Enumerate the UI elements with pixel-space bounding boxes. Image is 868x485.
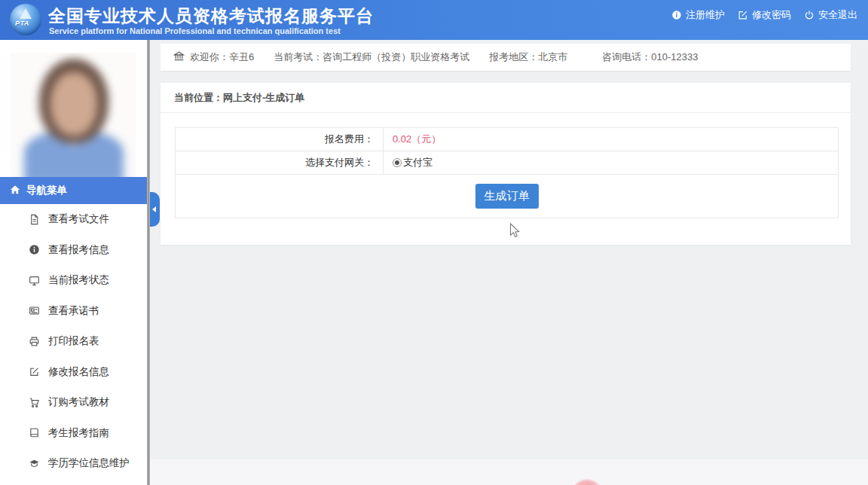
sidebar-collapse-tab[interactable] — [150, 192, 160, 227]
sidebar-divider — [147, 40, 150, 485]
header-links: 注册维护 修改密码 安全退出 — [671, 0, 857, 30]
sidebar: 导航菜单 查看考试文件 查看报考信息 当前报考状态 查看承诺书 打印报名表 修改… — [0, 40, 147, 485]
gateway-value: 支付宝 — [384, 151, 838, 174]
sidebar-item-exam-files[interactable]: 查看考试文件 — [0, 204, 147, 235]
edit-icon — [29, 366, 40, 377]
fee-label: 报名费用： — [176, 128, 384, 151]
home-icon — [10, 185, 20, 197]
register-maintenance-link[interactable]: 注册维护 — [671, 8, 725, 22]
sidebar-item-modify-info[interactable]: 修改报名信息 — [0, 357, 147, 388]
fee-value: 0.02（元） — [384, 128, 838, 151]
bank-icon — [173, 50, 190, 64]
sidebar-item-order-materials[interactable]: 订购考试教材 — [0, 387, 147, 418]
exam-region: 报考地区：北京市 — [489, 50, 567, 64]
sidebar-item-print-form[interactable]: 打印报名表 — [0, 326, 147, 357]
sidebar-item-education-maintenance[interactable]: 学历学位信息维护 — [0, 448, 147, 479]
info-icon — [671, 10, 682, 20]
gateway-row: 选择支付网关： 支付宝 — [176, 151, 838, 175]
info-icon — [29, 244, 40, 255]
sidebar-item-commitment-letter[interactable]: 查看承诺书 — [0, 296, 147, 327]
submit-row: 生成订单 — [176, 175, 838, 218]
generate-order-button[interactable]: 生成订单 — [475, 184, 539, 209]
sidebar-menu: 查看考试文件 查看报考信息 当前报考状态 查看承诺书 打印报名表 修改报名信息 … — [0, 204, 147, 479]
current-exam: 当前考试：咨询工程师（投资）职业资格考试 — [274, 50, 469, 64]
power-icon — [804, 10, 815, 20]
page-title: 全国专业技术人员资格考试报名服务平台 — [48, 5, 374, 28]
cart-icon — [29, 397, 40, 408]
card-icon — [29, 305, 40, 316]
breadcrumb: 当前位置：网上支付-生成订单 — [160, 83, 851, 113]
logout-link[interactable]: 安全退出 — [804, 8, 857, 22]
app-header: PTA 全国专业技术人员资格考试报名服务平台 Service platform … — [0, 0, 868, 40]
fee-row: 报名费用： 0.02（元） — [176, 128, 838, 151]
alipay-option-label: 支付宝 — [403, 151, 432, 174]
payment-table: 报名费用： 0.02（元） 选择支付网关： 支付宝 生成订单 — [175, 127, 839, 218]
gateway-label: 选择支付网关： — [176, 151, 384, 174]
candidate-photo — [11, 53, 136, 177]
payment-panel: 当前位置：网上支付-生成订单 报名费用： 0.02（元） 选择支付网关： 支付宝… — [160, 83, 851, 245]
alipay-radio[interactable] — [393, 158, 402, 167]
sidebar-item-registration-info[interactable]: 查看报考信息 — [0, 235, 147, 266]
monitor-icon — [29, 275, 40, 286]
sidebar-item-current-status[interactable]: 当前报考状态 — [0, 265, 147, 296]
printer-icon — [29, 336, 40, 347]
footer-area — [150, 459, 868, 485]
pta-logo-icon: PTA — [10, 4, 41, 35]
book-icon — [29, 427, 40, 438]
graduation-icon — [29, 458, 40, 469]
welcome-bar: 欢迎你：辛丑6 当前考试：咨询工程师（投资）职业资格考试 报考地区：北京市 咨询… — [160, 44, 851, 71]
sidebar-item-candidate-guide[interactable]: 考生报考指南 — [0, 418, 147, 449]
document-icon — [29, 214, 40, 225]
nav-menu-header: 导航菜单 — [0, 177, 147, 204]
page-subtitle: Service platform for National Profession… — [49, 26, 341, 35]
mouse-cursor — [509, 223, 521, 242]
change-password-link[interactable]: 修改密码 — [738, 8, 791, 22]
consult-phone: 咨询电话：010-12333 — [602, 50, 698, 64]
edit-icon — [738, 10, 748, 20]
welcome-user: 欢迎你：辛丑6 — [190, 50, 254, 64]
